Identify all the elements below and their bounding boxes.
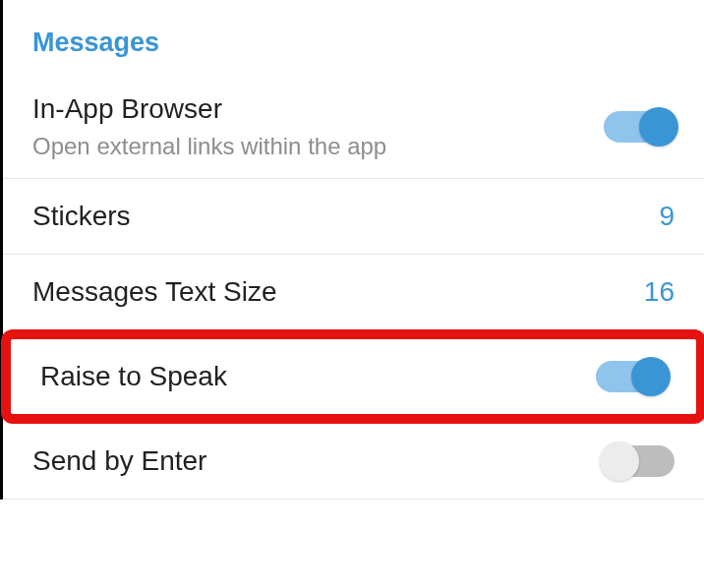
raise-to-speak-toggle[interactable] <box>596 361 667 392</box>
stickers-title: Stickers <box>32 201 131 232</box>
toggle-knob <box>600 441 639 481</box>
setting-text-block: In-App Browser Open external links withi… <box>32 93 386 160</box>
in-app-browser-toggle[interactable] <box>604 111 675 143</box>
send-by-enter-toggle[interactable] <box>604 445 675 477</box>
toggle-knob <box>639 107 678 147</box>
text-size-value: 16 <box>644 276 675 308</box>
raise-to-speak-title: Raise to Speak <box>40 361 227 392</box>
setting-stickers[interactable]: Stickers 9 <box>3 179 704 255</box>
in-app-browser-title: In-App Browser <box>32 93 386 125</box>
setting-in-app-browser[interactable]: In-App Browser Open external links withi… <box>3 76 704 179</box>
toggle-knob <box>631 357 671 396</box>
highlight-annotation: Raise to Speak <box>1 329 704 424</box>
settings-container: Messages In-App Browser Open external li… <box>0 0 704 500</box>
section-header-messages: Messages <box>3 0 704 76</box>
setting-send-by-enter[interactable]: Send by Enter <box>3 424 704 500</box>
text-size-title: Messages Text Size <box>32 276 277 308</box>
stickers-value: 9 <box>659 201 675 232</box>
send-by-enter-title: Send by Enter <box>32 445 206 477</box>
in-app-browser-subtitle: Open external links within the app <box>32 133 386 160</box>
setting-text-size[interactable]: Messages Text Size 16 <box>3 255 704 329</box>
setting-raise-to-speak[interactable]: Raise to Speak <box>11 339 696 414</box>
